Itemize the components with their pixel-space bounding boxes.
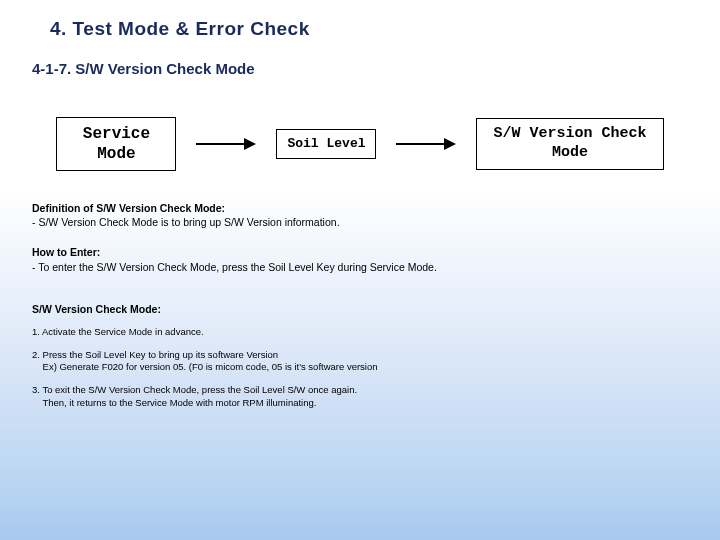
flow-box-service-mode: Service Mode xyxy=(56,117,176,171)
body-content: Definition of S/W Version Check Mode: - … xyxy=(0,201,720,410)
definition-text: - S/W Version Check Mode is to bring up … xyxy=(32,216,340,228)
flow-box-line: Mode xyxy=(73,144,159,164)
step-line: Ex) Generate F020 for version 05. (F0 is… xyxy=(32,361,378,372)
enter-heading: How to Enter: xyxy=(32,246,100,258)
flow-box-line: Service xyxy=(73,124,159,144)
flow-box-sw-version: S/W Version Check Mode xyxy=(476,118,663,170)
mode-heading: S/W Version Check Mode: xyxy=(32,303,161,315)
enter-text: - To enter the S/W Version Check Mode, p… xyxy=(32,261,437,273)
step-line: 2. Press the Soil Level Key to bring up … xyxy=(32,349,278,360)
slide-title: 4. Test Mode & Error Check xyxy=(0,0,720,40)
how-to-enter-section: How to Enter: - To enter the S/W Version… xyxy=(32,245,688,273)
arrow-icon xyxy=(396,138,456,150)
flow-box-soil-level: Soil Level xyxy=(276,129,376,159)
step-2: 2. Press the Soil Level Key to bring up … xyxy=(32,349,688,375)
step-line: Then, it returns to the Service Mode wit… xyxy=(32,397,316,408)
arrow-icon xyxy=(196,138,256,150)
definition-section: Definition of S/W Version Check Mode: - … xyxy=(32,201,688,229)
step-3: 3. To exit the S/W Version Check Mode, p… xyxy=(32,384,688,410)
flow-diagram: Service Mode Soil Level S/W Version Chec… xyxy=(0,117,720,171)
mode-section: S/W Version Check Mode: xyxy=(32,302,688,316)
step-line: 3. To exit the S/W Version Check Mode, p… xyxy=(32,384,357,395)
flow-box-line: S/W Version Check xyxy=(493,125,646,144)
slide-subtitle: 4-1-7. S/W Version Check Mode xyxy=(0,40,720,77)
flow-box-line: Mode xyxy=(493,144,646,163)
definition-heading: Definition of S/W Version Check Mode: xyxy=(32,202,225,214)
step-1: 1. Activate the Service Mode in advance. xyxy=(32,326,688,339)
